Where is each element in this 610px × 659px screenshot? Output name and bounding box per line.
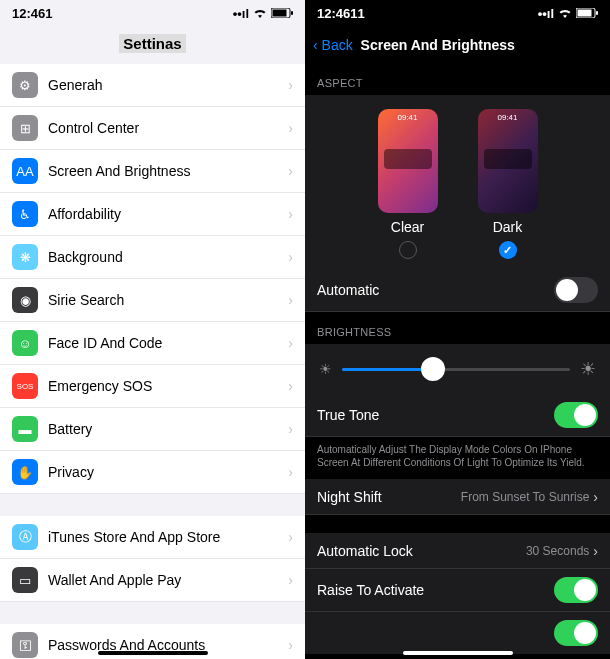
battery-icon	[271, 6, 293, 21]
settings-row-screen-and-brightness[interactable]: AAScreen And Brightness›	[0, 150, 305, 193]
svg-rect-4	[578, 10, 592, 17]
brightness-slider[interactable]	[342, 368, 570, 371]
truetone-description: Automatically Adjust The Display Mode Co…	[305, 437, 610, 479]
settings-row-generah[interactable]: ⚙︎Generah›	[0, 64, 305, 107]
home-indicator[interactable]	[98, 651, 208, 655]
wallpaper-icon: ❋	[12, 244, 38, 270]
extra-toggle[interactable]	[554, 620, 598, 646]
status-icons: ••ıl	[538, 6, 598, 21]
svg-rect-1	[273, 10, 287, 17]
aspect-label: Dark	[478, 219, 538, 235]
radio-off-icon[interactable]	[399, 241, 417, 259]
row-label: Sirie Search	[48, 292, 288, 308]
settings-row-background[interactable]: ❋Background›	[0, 236, 305, 279]
truetone-row[interactable]: True Tone	[305, 394, 610, 437]
raise-toggle[interactable]	[554, 577, 598, 603]
chevron-right-icon: ›	[593, 543, 598, 559]
preview-light: 09:41	[378, 109, 438, 213]
row-label: Wallet And Apple Pay	[48, 572, 288, 588]
sun-small-icon: ☀︎	[319, 361, 332, 377]
key-icon: ⚿	[12, 632, 38, 658]
row-label: Affordability	[48, 206, 288, 222]
siri-icon: ◉	[12, 287, 38, 313]
chevron-right-icon: ›	[288, 77, 293, 93]
extra-row[interactable]	[305, 612, 610, 654]
settings-row-emergency-sos[interactable]: SOSEmergency SOS›	[0, 365, 305, 408]
brightness-screen: 12:4611 ••ıl ‹ Back Screen And Brightnes…	[305, 0, 610, 659]
status-time: 12:461	[12, 6, 52, 21]
status-icons: ••ıl	[233, 6, 293, 21]
privacy-icon: ✋	[12, 459, 38, 485]
chevron-right-icon: ›	[288, 206, 293, 222]
row-label: Control Center	[48, 120, 288, 136]
chevron-right-icon: ›	[288, 378, 293, 394]
raise-row[interactable]: Raise To Activate	[305, 569, 610, 612]
chevron-right-icon: ›	[288, 464, 293, 480]
status-time: 12:4611	[317, 6, 365, 21]
settings-row-wallet-and-apple-pay[interactable]: ▭Wallet And Apple Pay›	[0, 559, 305, 602]
svg-rect-2	[291, 11, 293, 15]
row-label: iTunes Store And App Store	[48, 529, 288, 545]
row-label: Face ID And Code	[48, 335, 288, 351]
chevron-right-icon: ›	[288, 292, 293, 308]
faceid-icon: ☺	[12, 330, 38, 356]
settings-row-itunes-store-and-app-store[interactable]: ⒶiTunes Store And App Store›	[0, 516, 305, 559]
chevron-right-icon: ›	[288, 120, 293, 136]
brightness-slider-row: ☀︎ ☀︎	[305, 344, 610, 394]
aspect-header: ASPECT	[305, 63, 610, 95]
settings-row-affordability[interactable]: ♿︎Affordability›	[0, 193, 305, 236]
settings-list: ⚙︎Generah›⊞Control Center›AAScreen And B…	[0, 64, 305, 659]
appstore-icon: Ⓐ	[12, 524, 38, 550]
home-indicator[interactable]	[403, 651, 513, 655]
control-center-icon: ⊞	[12, 115, 38, 141]
sun-large-icon: ☀︎	[580, 358, 596, 380]
status-bar-right: 12:4611 ••ıl	[305, 0, 610, 27]
nightshift-row[interactable]: Night Shift From Sunset To Sunrise ›	[305, 479, 610, 515]
row-label: Background	[48, 249, 288, 265]
chevron-right-icon: ›	[593, 489, 598, 505]
preview-dark: 09:41	[478, 109, 538, 213]
wallet-icon: ▭	[12, 567, 38, 593]
settings-row-privacy[interactable]: ✋Privacy›	[0, 451, 305, 494]
slider-thumb[interactable]	[421, 357, 445, 381]
wifi-icon	[558, 6, 572, 21]
wifi-icon	[253, 6, 267, 21]
aspect-option-dark[interactable]: 09:41 Dark	[478, 109, 538, 259]
chevron-right-icon: ›	[288, 335, 293, 351]
svg-rect-5	[596, 11, 598, 15]
row-label: Privacy	[48, 464, 288, 480]
row-label: Battery	[48, 421, 288, 437]
nav-bar: ‹ Back Screen And Brightness	[305, 27, 610, 63]
cellular-icon: ••ıl	[538, 6, 554, 21]
settings-row-face-id-and-code[interactable]: ☺Face ID And Code›	[0, 322, 305, 365]
nav-title: Screen And Brightness	[361, 37, 515, 53]
autolock-row[interactable]: Automatic Lock 30 Seconds ›	[305, 533, 610, 569]
sos-icon: SOS	[12, 373, 38, 399]
radio-on-icon[interactable]	[499, 241, 517, 259]
settings-screen: 12:461 ••ıl Settinas ⚙︎Generah›⊞Control …	[0, 0, 305, 659]
accessibility-icon: ♿︎	[12, 201, 38, 227]
truetone-toggle[interactable]	[554, 402, 598, 428]
text-size-icon: AA	[12, 158, 38, 184]
settings-row-control-center[interactable]: ⊞Control Center›	[0, 107, 305, 150]
settings-row-sirie-search[interactable]: ◉Sirie Search›	[0, 279, 305, 322]
back-button[interactable]: ‹ Back	[313, 37, 353, 53]
gear-icon: ⚙︎	[12, 72, 38, 98]
page-title: Settinas	[0, 27, 305, 64]
row-label: Generah	[48, 77, 288, 93]
brightness-header: BRIGHTNESS	[305, 312, 610, 344]
chevron-right-icon: ›	[288, 249, 293, 265]
chevron-right-icon: ›	[288, 637, 293, 653]
chevron-right-icon: ›	[288, 421, 293, 437]
chevron-right-icon: ›	[288, 529, 293, 545]
aspect-option-clear[interactable]: 09:41 Clear	[378, 109, 438, 259]
battery-icon: ▬	[12, 416, 38, 442]
automatic-row[interactable]: Automatic	[305, 269, 610, 312]
chevron-right-icon: ›	[288, 572, 293, 588]
status-bar-left: 12:461 ••ıl	[0, 0, 305, 27]
battery-icon	[576, 6, 598, 21]
row-label: Screen And Brightness	[48, 163, 288, 179]
automatic-toggle[interactable]	[554, 277, 598, 303]
aspect-options: 09:41 Clear 09:41 Dark	[305, 95, 610, 269]
settings-row-battery[interactable]: ▬Battery›	[0, 408, 305, 451]
